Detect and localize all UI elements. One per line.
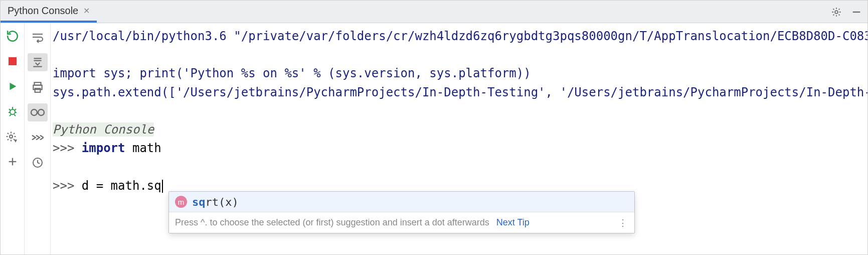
blank-line xyxy=(51,102,867,120)
hint-text: Press ^. to choose the selected (or firs… xyxy=(175,217,489,228)
completion-params: (x) xyxy=(219,196,239,208)
svg-point-0 xyxy=(835,11,838,14)
tab-bar: Python Console ✕ xyxy=(1,1,867,23)
close-icon[interactable]: ✕ xyxy=(83,6,90,16)
autocomplete-popup: m sqrt(x) Press ^. to choose the selecte… xyxy=(168,191,635,233)
method-badge-icon: m xyxy=(175,196,187,208)
svg-line-10 xyxy=(10,114,11,116)
svg-point-12 xyxy=(10,135,13,138)
text-caret xyxy=(162,180,163,193)
show-vars-button[interactable] xyxy=(28,103,48,121)
svg-rect-2 xyxy=(9,57,17,65)
left-toolbar: ▾ xyxy=(1,23,25,254)
blank-line xyxy=(51,158,867,176)
next-tip-link[interactable]: Next Tip xyxy=(496,217,530,228)
match-text: sq xyxy=(192,196,206,208)
console-toolbar xyxy=(25,23,51,254)
syspath-line: sys.path.extend(['/Users/jetbrains/Pycha… xyxy=(51,83,867,102)
import-sys-line: import sys; print('Python %s on %s' % (s… xyxy=(51,64,867,83)
gear-icon[interactable] xyxy=(829,5,843,19)
history-icon[interactable] xyxy=(28,154,48,172)
debug-button[interactable] xyxy=(5,103,21,119)
svg-point-23 xyxy=(38,109,44,115)
settings-button[interactable]: ▾ xyxy=(5,129,21,145)
add-button[interactable] xyxy=(5,154,21,170)
history-line-import: >>> import math xyxy=(51,139,867,158)
completion-rest: rt xyxy=(206,196,219,208)
svg-point-22 xyxy=(31,109,37,115)
rerun-button[interactable] xyxy=(5,28,21,44)
svg-line-7 xyxy=(15,109,16,110)
browse-history-button[interactable] xyxy=(28,129,48,147)
soft-wrap-button[interactable] xyxy=(28,28,48,46)
run-button[interactable] xyxy=(5,78,21,94)
tab-label: Python Console xyxy=(8,5,78,17)
print-button[interactable] xyxy=(28,78,48,96)
svg-marker-3 xyxy=(10,83,16,90)
blank-line xyxy=(51,46,867,64)
tab-python-console[interactable]: Python Console ✕ xyxy=(1,1,97,23)
interpreter-path-line: /usr/local/bin/python3.6 "/private/var/f… xyxy=(51,27,867,46)
svg-line-11 xyxy=(14,114,16,116)
minimize-icon[interactable] xyxy=(849,5,863,19)
autocomplete-item[interactable]: m sqrt(x) xyxy=(169,192,634,212)
console-banner: Python Console xyxy=(51,120,867,139)
scroll-to-end-button[interactable] xyxy=(28,53,48,71)
more-icon[interactable]: ⋮ xyxy=(618,217,628,228)
console-output[interactable]: /usr/local/bin/python3.6 "/private/var/f… xyxy=(51,23,867,254)
stop-button[interactable] xyxy=(5,53,21,69)
autocomplete-hint: Press ^. to choose the selected (or firs… xyxy=(169,212,634,233)
svg-line-6 xyxy=(9,109,11,110)
